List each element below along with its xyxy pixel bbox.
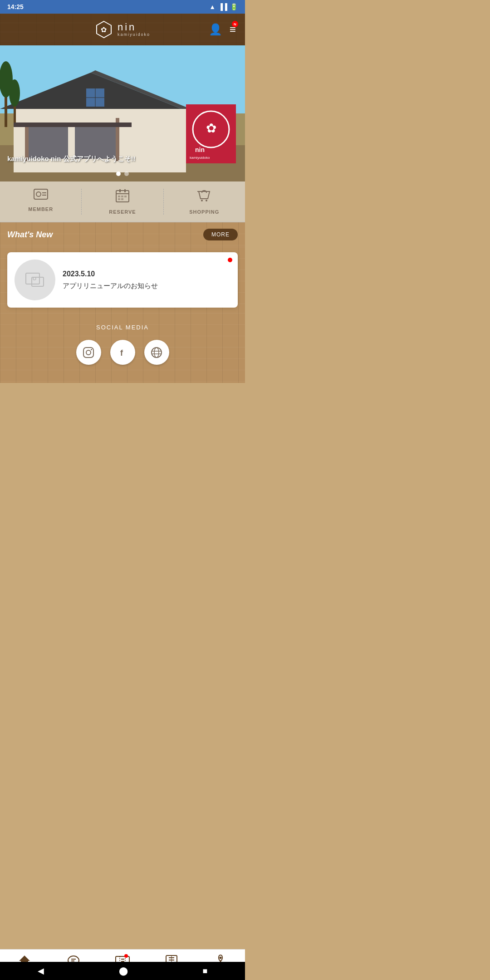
quick-nav: MEMBER RESERVE: [0, 181, 245, 222]
news-thumbnail: [15, 260, 55, 300]
svg-point-38: [201, 200, 203, 201]
shopping-label: SHOPPING: [189, 209, 219, 215]
more-button[interactable]: MORE: [203, 229, 238, 240]
news-card[interactable]: 2023.5.10 アプリリニューアルのお知らせ: [7, 252, 238, 308]
svg-point-39: [206, 200, 207, 201]
header-logo: ✿ nin kamiyuidoko: [95, 20, 150, 39]
whats-new-header: What's New MORE: [0, 222, 245, 247]
svg-rect-34: [121, 196, 123, 197]
wifi-icon: ▲: [209, 3, 216, 10]
instagram-button[interactable]: [76, 340, 101, 365]
svg-point-24: [9, 79, 20, 107]
signal-icon: ▐▐: [218, 3, 227, 10]
reserve-icon: [116, 189, 129, 206]
svg-rect-11: [27, 127, 68, 159]
svg-rect-15: [14, 122, 132, 127]
svg-rect-37: [121, 198, 123, 200]
logo-hexagon: ✿: [95, 20, 113, 39]
section-title: What's New: [7, 230, 53, 240]
hero-banner: ✿ nin kamiyuidoko kamiyuidoko nin 公式アプリへ…: [0, 45, 245, 181]
svg-text:✿: ✿: [101, 26, 107, 34]
svg-point-49: [154, 348, 159, 358]
svg-point-46: [91, 349, 92, 350]
quick-nav-reserve[interactable]: RESERVE: [82, 189, 163, 215]
news-date: 2023.5.10: [63, 270, 230, 278]
quick-nav-member[interactable]: MEMBER: [0, 189, 82, 215]
svg-rect-44: [83, 348, 93, 358]
news-content: 2023.5.10 アプリリニューアルのお知らせ: [63, 270, 230, 290]
svg-rect-31: [119, 189, 121, 192]
svg-point-48: [152, 348, 162, 358]
logo-text: nin: [118, 22, 150, 32]
svg-rect-12: [75, 127, 116, 159]
svg-text:nin: nin: [195, 146, 205, 153]
svg-rect-36: [118, 198, 120, 200]
social-title: SOCIAL MEDIA: [7, 324, 238, 331]
quick-nav-shopping[interactable]: SHOPPING: [164, 189, 245, 215]
social-media-section: SOCIAL MEDIA f: [0, 313, 245, 383]
svg-rect-42: [32, 277, 44, 286]
hero-dots: [116, 172, 129, 176]
header-icons: 👤 ≡ N: [209, 23, 236, 36]
social-icons: f: [7, 340, 238, 365]
menu-badge: N: [232, 21, 238, 27]
svg-point-45: [86, 350, 91, 355]
svg-rect-35: [124, 196, 127, 197]
battery-icon: 🔋: [230, 3, 238, 10]
hero-dot-2[interactable]: [124, 172, 129, 176]
svg-point-26: [36, 192, 41, 196]
svg-text:f: f: [120, 348, 123, 358]
logo-sub: kamiyuidoko: [118, 32, 150, 37]
svg-text:kamiyuidoko: kamiyuidoko: [190, 156, 210, 160]
status-time: 14:25: [7, 3, 24, 10]
reserve-label: RESERVE: [109, 209, 136, 215]
status-bar: 14:25 ▲ ▐▐ 🔋: [0, 0, 245, 14]
shopping-icon: [197, 189, 211, 206]
svg-rect-27: [42, 192, 46, 193]
member-icon: [34, 189, 48, 203]
svg-text:✿: ✿: [206, 121, 216, 135]
website-button[interactable]: [144, 340, 169, 365]
member-label: MEMBER: [28, 206, 53, 212]
hero-caption: kamiyuidoko nin 公式アプリへようこそ!!: [7, 155, 136, 163]
svg-rect-41: [26, 273, 39, 284]
facebook-button[interactable]: f: [110, 340, 135, 365]
news-container: 2023.5.10 アプリリニューアルのお知らせ: [0, 247, 245, 313]
header: ✿ nin kamiyuidoko 👤 ≡ N: [0, 14, 245, 45]
menu-icon[interactable]: ≡ N: [230, 23, 236, 36]
news-notification-badge: [228, 258, 232, 262]
news-title: アプリリニューアルのお知らせ: [63, 282, 230, 290]
hero-dot-1[interactable]: [116, 172, 121, 176]
svg-rect-33: [118, 196, 120, 197]
status-icons: ▲ ▐▐ 🔋: [209, 3, 238, 10]
profile-icon[interactable]: 👤: [209, 23, 222, 36]
svg-rect-32: [124, 189, 126, 192]
svg-rect-28: [42, 195, 46, 196]
